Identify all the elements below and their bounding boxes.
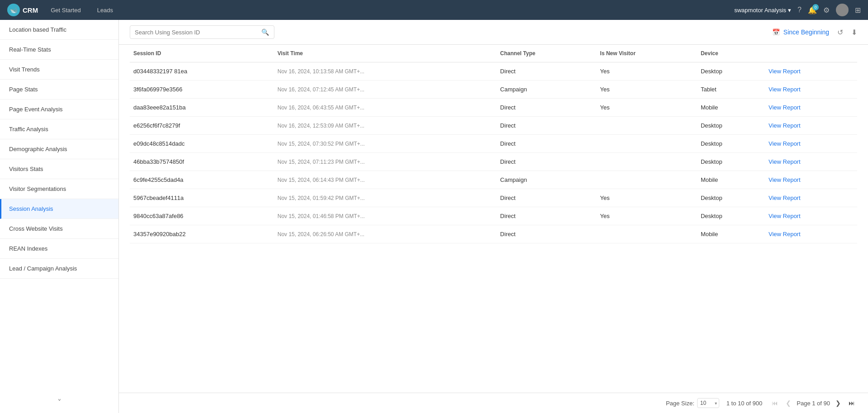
cell-session-id: 5967cbeadef4111a (130, 189, 274, 207)
page-size-select: Page Size: 10 25 50 100 (666, 398, 719, 408)
sidebar-item-label: Traffic Analysis (9, 126, 48, 133)
sidebar-item-label: Lead / Campaign Analysis (9, 265, 77, 272)
next-page-btn[interactable]: ❯ (833, 398, 844, 408)
cell-channel-type: Direct (496, 225, 596, 243)
cell-channel-type: Direct (496, 153, 596, 171)
last-page-btn[interactable]: ⏭ (846, 398, 857, 408)
download-icon[interactable]: ⬇ (851, 28, 857, 37)
first-page-btn[interactable]: ⏮ (769, 398, 780, 408)
view-report-link[interactable]: View Report (769, 122, 801, 129)
sidebar-item-rean-indexes[interactable]: REAN Indexes (0, 239, 118, 259)
cell-is-new-visitor (596, 171, 697, 189)
view-report-link[interactable]: View Report (769, 86, 801, 93)
search-input[interactable] (135, 29, 261, 36)
page-size-dropdown[interactable]: 10 25 50 100 (697, 398, 719, 408)
settings-icon[interactable]: ⚙ (823, 6, 830, 14)
analysis-dropdown[interactable]: swapmotor Analysis ▾ (734, 7, 791, 14)
avatar[interactable] (836, 4, 849, 16)
sidebar-item-label: Cross Website Visits (9, 225, 63, 232)
cell-device: Desktop (697, 62, 765, 81)
cell-device: Mobile (697, 225, 765, 243)
view-report-link[interactable]: View Report (769, 68, 801, 75)
cell-action: View Report (765, 171, 857, 189)
col-header-session-id: Session ID (130, 45, 274, 62)
sidebar-item-label: Visit Trends (9, 66, 40, 73)
sidebar-item-page-event-analysis[interactable]: Page Event Analysis (0, 100, 118, 119)
cell-session-id: e6256cf6f7c8279f (130, 117, 274, 135)
cell-session-id: 34357e90920bab22 (130, 225, 274, 243)
page-size-label: Page Size: (666, 400, 694, 407)
cell-channel-type: Campaign (496, 81, 596, 99)
date-filter[interactable]: 📅 Since Beginning (772, 28, 829, 36)
table-row: d03448332197 81ea Nov 16, 2024, 10:13:58… (130, 62, 857, 81)
view-report-link[interactable]: View Report (769, 213, 801, 219)
view-report-link[interactable]: View Report (769, 231, 801, 237)
table-row: e09dc48c8514dadc Nov 15, 2024, 07:30:52 … (130, 135, 857, 153)
cell-device: Desktop (697, 189, 765, 207)
cell-visit-time: Nov 16, 2024, 07:12:45 AM GMT+... (274, 81, 497, 99)
table-row: 9840cc63a87afe86 Nov 15, 2024, 01:46:58 … (130, 207, 857, 225)
app-logo[interactable]: 🐋 CRM (7, 4, 38, 16)
cell-is-new-visitor: Yes (596, 62, 697, 81)
view-report-link[interactable]: View Report (769, 104, 801, 111)
cell-device: Desktop (697, 153, 765, 171)
sidebar-expand-btn[interactable]: ˅ (0, 392, 118, 413)
prev-page-btn[interactable]: ❮ (783, 398, 794, 408)
col-header-channel-type: Channel Type (496, 45, 596, 62)
main-layout: Location based Traffic Real-Time Stats V… (0, 20, 868, 413)
sidebar-item-label: Demographic Analysis (9, 146, 67, 152)
sidebar-item-page-stats[interactable]: Page Stats (0, 80, 118, 100)
sidebar-item-cross-website-visits[interactable]: Cross Website Visits (0, 219, 118, 239)
nav-leads[interactable]: Leads (94, 5, 117, 15)
cell-visit-time: Nov 15, 2024, 01:59:42 PM GMT+... (274, 189, 497, 207)
sidebar-item-label: Visitors Stats (9, 166, 43, 172)
cell-device: Mobile (697, 171, 765, 189)
cell-visit-time: Nov 15, 2024, 06:26:50 AM GMT+... (274, 225, 497, 243)
sidebar-item-label: Real-Time Stats (9, 46, 51, 53)
sidebar-item-lead-campaign-analysis[interactable]: Lead / Campaign Analysis (0, 259, 118, 279)
help-icon[interactable]: ? (797, 6, 802, 14)
cell-visit-time: Nov 16, 2024, 06:43:55 AM GMT+... (274, 99, 497, 117)
cell-session-id: 46bba33b7574850f (130, 153, 274, 171)
cell-channel-type: Direct (496, 207, 596, 225)
topnav-right: swapmotor Analysis ▾ ? 🔔 0 ⚙ ⊞ (734, 4, 861, 16)
cell-channel-type: Campaign (496, 171, 596, 189)
sidebar-item-visitors-stats[interactable]: Visitors Stats (0, 159, 118, 179)
sidebar-item-session-analysis[interactable]: Session Analysis (0, 199, 118, 219)
view-report-link[interactable]: View Report (769, 176, 801, 183)
search-box: 🔍 (130, 25, 274, 39)
cell-device: Desktop (697, 117, 765, 135)
sidebar-item-location-based-traffic[interactable]: Location based Traffic (0, 20, 118, 40)
sidebar-item-label: Visitor Segmentations (9, 185, 66, 192)
table-row: 46bba33b7574850f Nov 15, 2024, 07:11:23 … (130, 153, 857, 171)
app-name: CRM (23, 6, 38, 14)
cell-is-new-visitor: Yes (596, 189, 697, 207)
cell-action: View Report (765, 189, 857, 207)
col-header-visit-time: Visit Time (274, 45, 497, 62)
search-icon[interactable]: 🔍 (261, 28, 269, 36)
sidebar-item-real-time-stats[interactable]: Real-Time Stats (0, 40, 118, 60)
cell-session-id: 3f6fa069979e3566 (130, 81, 274, 99)
sidebar-item-label: Session Analysis (9, 205, 53, 212)
sidebar-item-visitor-segmentations[interactable]: Visitor Segmentations (0, 179, 118, 199)
nav-get-started[interactable]: Get Started (47, 5, 84, 15)
cell-channel-type: Direct (496, 135, 596, 153)
view-report-link[interactable]: View Report (769, 195, 801, 201)
cell-action: View Report (765, 81, 857, 99)
sidebar-item-traffic-analysis[interactable]: Traffic Analysis (0, 119, 118, 139)
sidebar-item-demographic-analysis[interactable]: Demographic Analysis (0, 139, 118, 159)
col-header-is-new-visitor: Is New Visitor (596, 45, 697, 62)
table-footer: Page Size: 10 25 50 100 1 to 10 of 900 ⏮… (119, 393, 868, 413)
sidebar-item-visit-trends[interactable]: Visit Trends (0, 60, 118, 80)
col-header-device: Device (697, 45, 765, 62)
grid-icon[interactable]: ⊞ (855, 6, 861, 14)
table-row: 5967cbeadef4111a Nov 15, 2024, 01:59:42 … (130, 189, 857, 207)
view-report-link[interactable]: View Report (769, 140, 801, 147)
view-report-link[interactable]: View Report (769, 158, 801, 165)
cell-session-id: daa83eee82a151ba (130, 99, 274, 117)
notifications-icon[interactable]: 🔔 0 (808, 6, 817, 14)
cell-device: Tablet (697, 81, 765, 99)
refresh-icon[interactable]: ↺ (837, 28, 843, 37)
cell-action: View Report (765, 117, 857, 135)
records-info: 1 to 10 of 900 (726, 400, 763, 407)
